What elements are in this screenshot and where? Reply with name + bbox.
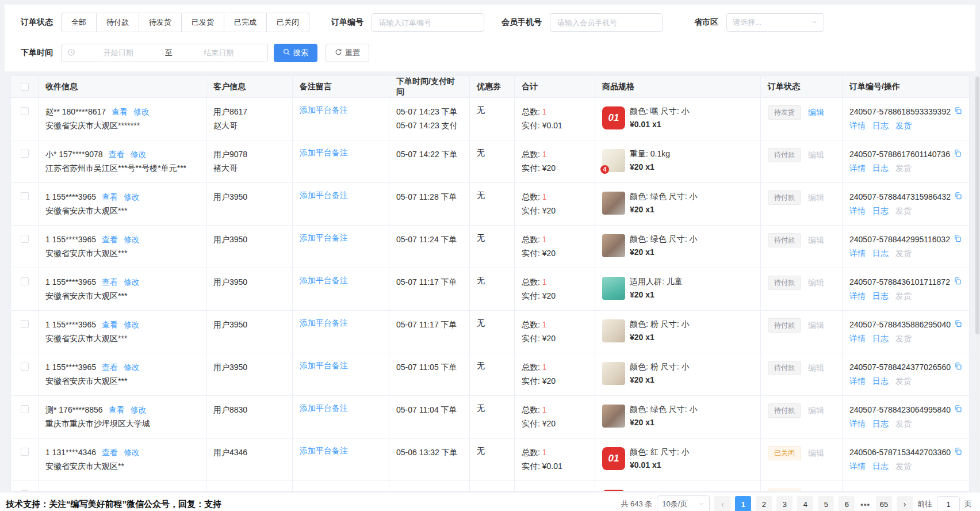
add-platform-note-link[interactable]: 添加平台备注	[300, 446, 348, 455]
copy-icon[interactable]	[954, 148, 962, 161]
edit-status-link[interactable]: 编辑	[808, 321, 824, 331]
status-filter-option-4[interactable]: 已完成	[224, 13, 267, 32]
status-filter-option-1[interactable]: 待付款	[97, 13, 139, 32]
page-button-3[interactable]: 3	[776, 496, 793, 511]
prev-page-button[interactable]: ‹	[714, 496, 730, 511]
add-platform-note-link[interactable]: 添加平台备注	[300, 276, 348, 285]
view-address-link[interactable]: 查看	[109, 405, 125, 414]
row-checkbox[interactable]	[21, 405, 29, 413]
add-platform-note-link[interactable]: 添加平台备注	[300, 105, 348, 115]
modify-address-link[interactable]: 修改	[133, 107, 150, 116]
view-address-link[interactable]: 查看	[112, 107, 128, 116]
scrollbar-thumb[interactable]	[975, 77, 979, 334]
detail-link[interactable]: 详情	[849, 247, 866, 260]
ship-link[interactable]: 发货	[895, 375, 912, 387]
page-size-select[interactable]: 10条/页	[657, 495, 710, 511]
view-address-link[interactable]: 查看	[109, 150, 125, 159]
detail-link[interactable]: 详情	[849, 289, 866, 302]
detail-link[interactable]: 详情	[849, 332, 866, 345]
ship-link[interactable]: 发货	[895, 204, 912, 217]
view-address-link[interactable]: 查看	[102, 192, 118, 201]
row-checkbox[interactable]	[21, 150, 29, 158]
modify-address-link[interactable]: 修改	[124, 277, 140, 287]
modify-address-link[interactable]: 修改	[124, 320, 140, 329]
add-platform-note-link[interactable]: 添加平台备注	[300, 361, 348, 370]
view-address-link[interactable]: 查看	[102, 320, 118, 329]
page-button-6[interactable]: 6	[839, 496, 855, 511]
next-page-button[interactable]: ›	[897, 496, 913, 511]
copy-icon[interactable]	[954, 318, 962, 331]
detail-link[interactable]: 详情	[849, 460, 866, 472]
row-checkbox[interactable]	[21, 490, 29, 491]
add-platform-note-link[interactable]: 添加平台备注	[300, 233, 348, 242]
modify-address-link[interactable]: 修改	[124, 448, 140, 457]
add-platform-note-link[interactable]: 添加平台备注	[300, 190, 348, 200]
ship-link[interactable]: 发货	[895, 162, 912, 174]
log-link[interactable]: 日志	[872, 332, 889, 345]
start-date-input[interactable]: 开始日期	[75, 48, 162, 58]
view-address-link[interactable]: 查看	[102, 448, 118, 457]
end-date-input[interactable]: 结束日期	[176, 48, 262, 58]
log-link[interactable]: 日志	[872, 162, 889, 174]
row-checkbox[interactable]	[21, 192, 29, 200]
edit-status-link[interactable]: 编辑	[808, 235, 824, 246]
status-filter-option-3[interactable]: 已发货	[182, 13, 224, 32]
edit-status-link[interactable]: 编辑	[808, 108, 824, 118]
modify-address-link[interactable]: 修改	[124, 235, 140, 244]
modify-address-link[interactable]: 修改	[131, 405, 147, 414]
detail-link[interactable]: 详情	[849, 119, 866, 132]
detail-link[interactable]: 详情	[849, 162, 866, 174]
page-button-4[interactable]: 4	[797, 496, 813, 511]
view-address-link[interactable]: 查看	[102, 235, 118, 244]
edit-status-link[interactable]: 编辑	[808, 406, 824, 416]
log-link[interactable]: 日志	[872, 417, 889, 430]
detail-link[interactable]: 详情	[849, 417, 866, 430]
log-link[interactable]: 日志	[872, 204, 889, 217]
status-filter-option-5[interactable]: 已关闭	[267, 13, 309, 32]
row-checkbox[interactable]	[21, 107, 29, 115]
copy-icon[interactable]	[954, 190, 962, 203]
status-filter-option-0[interactable]: 全部	[61, 13, 97, 32]
view-address-link[interactable]: 查看	[102, 363, 118, 372]
log-link[interactable]: 日志	[872, 119, 889, 132]
detail-link[interactable]: 详情	[849, 204, 866, 217]
ship-link[interactable]: 发货	[895, 247, 912, 260]
row-checkbox[interactable]	[21, 448, 29, 456]
edit-status-link[interactable]: 编辑	[808, 278, 824, 288]
ship-link[interactable]: 发货	[895, 289, 912, 302]
log-link[interactable]: 日志	[872, 460, 889, 472]
add-platform-note-link[interactable]: 添加平台备注	[300, 318, 348, 327]
phone-input[interactable]	[550, 13, 663, 32]
search-button[interactable]: 搜索	[274, 44, 317, 62]
page-button-2[interactable]: 2	[756, 496, 772, 511]
copy-icon[interactable]	[954, 233, 962, 246]
more-pages-icon[interactable]: •••	[859, 500, 871, 509]
ship-link[interactable]: 发货	[895, 332, 912, 345]
modify-address-link[interactable]: 修改	[124, 363, 140, 372]
region-select[interactable]: 请选择...	[726, 13, 824, 32]
ship-link[interactable]: 发货	[895, 119, 912, 132]
goto-page-input[interactable]	[937, 496, 960, 511]
date-range-picker[interactable]: 开始日期 至 结束日期	[61, 44, 268, 62]
modify-address-link[interactable]: 修改	[131, 150, 147, 159]
edit-status-link[interactable]: 编辑	[808, 448, 824, 459]
log-link[interactable]: 日志	[872, 289, 889, 302]
select-all-checkbox[interactable]	[21, 83, 29, 91]
ship-link[interactable]: 发货	[895, 417, 912, 430]
page-button-last[interactable]: 65	[876, 496, 892, 511]
status-filter-option-2[interactable]: 待发货	[139, 13, 182, 32]
edit-status-link[interactable]: 编辑	[808, 150, 824, 161]
row-checkbox[interactable]	[21, 320, 29, 328]
copy-icon[interactable]	[954, 446, 962, 459]
log-link[interactable]: 日志	[872, 247, 889, 260]
view-address-link[interactable]: 查看	[102, 277, 118, 287]
copy-icon[interactable]	[954, 276, 962, 288]
log-link[interactable]: 日志	[872, 375, 889, 387]
vertical-scrollbar[interactable]	[975, 77, 979, 492]
order-no-input[interactable]	[372, 13, 484, 32]
add-platform-note-link[interactable]: 添加平台备注	[300, 148, 348, 157]
row-checkbox[interactable]	[21, 277, 29, 285]
page-button-1[interactable]: 1	[735, 496, 751, 511]
row-checkbox[interactable]	[21, 363, 29, 371]
reset-button[interactable]: 重置	[326, 44, 369, 62]
